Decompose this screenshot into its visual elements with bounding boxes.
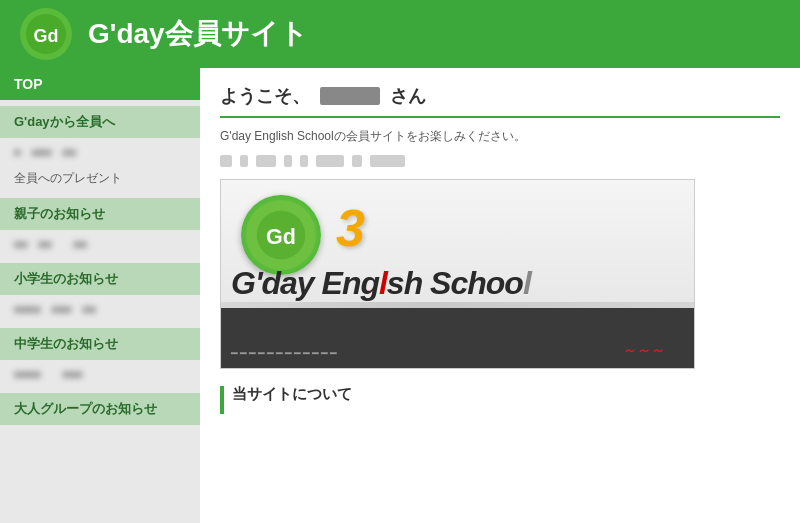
content-area: ようこそ、 さん G'day English Schoolの会員サイトをお楽しみ… — [200, 68, 800, 523]
sidebar-section-chugaku[interactable]: 中学生のお知らせ — [0, 328, 200, 360]
sidebar-item-blur1[interactable]: ■ ■■■ ■■ — [0, 140, 200, 165]
user-name-blurred — [320, 87, 380, 105]
site-title: G'day会員サイト — [88, 15, 308, 53]
banner-bottom-red: ～～～ — [622, 342, 664, 360]
banner-bottom-text: ━━━━━━━━━━━━ — [231, 346, 339, 360]
sidebar: TOP G'dayから全員へ ■ ■■■ ■■ 全員へのプレゼント 親子のお知ら… — [0, 68, 200, 523]
banner-image: Gd 3 G'day Englsh School ━━━━━━━━━━━━ ～～… — [220, 179, 695, 369]
news-link-blur-5 — [300, 155, 308, 167]
header-logo-icon: Gd — [20, 8, 72, 60]
sidebar-item-blur3[interactable]: ■■■■ ■■■ ■■ — [0, 297, 200, 322]
news-link-blur-3 — [256, 155, 276, 167]
sidebar-item-present[interactable]: 全員へのプレゼント — [0, 165, 200, 192]
news-link-blur-2 — [240, 155, 248, 167]
news-link-blur-8 — [370, 155, 405, 167]
about-border-accent — [220, 386, 224, 414]
sidebar-section-otona[interactable]: 大人グループのお知らせ — [0, 393, 200, 425]
news-link-blur-7 — [352, 155, 362, 167]
sidebar-section-shougaku[interactable]: 小学生のお知らせ — [0, 263, 200, 295]
welcome-sub-text: G'day English Schoolの会員サイトをお楽しみください。 — [220, 128, 780, 145]
svg-text:Gd: Gd — [34, 26, 59, 46]
svg-text:Gd: Gd — [266, 225, 296, 249]
sidebar-top[interactable]: TOP — [0, 68, 200, 100]
about-title: 当サイトについて — [232, 385, 352, 404]
news-link-blur-1 — [220, 155, 232, 167]
about-section: 当サイトについて — [220, 385, 780, 414]
sidebar-item-blur2[interactable]: ■■ ■■ ■■ — [0, 232, 200, 257]
sidebar-section-oyako[interactable]: 親子のお知らせ — [0, 198, 200, 230]
header: Gd G'day会員サイト — [0, 0, 800, 68]
sidebar-section-gday[interactable]: G'dayから全員へ — [0, 106, 200, 138]
news-link-blur-4 — [284, 155, 292, 167]
sidebar-item-blur4[interactable]: ■■■■ ■■■ — [0, 362, 200, 387]
banner-logo: Gd — [241, 195, 321, 275]
news-links-row — [220, 155, 780, 167]
welcome-heading: ようこそ、 さん — [220, 84, 780, 118]
banner-anniversary-number: 3 — [336, 198, 365, 258]
main-layout: TOP G'dayから全員へ ■ ■■■ ■■ 全員へのプレゼント 親子のお知ら… — [0, 68, 800, 523]
news-link-blur-6 — [316, 155, 344, 167]
banner-inner: Gd 3 G'day Englsh School ━━━━━━━━━━━━ ～～… — [221, 180, 694, 368]
banner-school-name: G'day Englsh School — [231, 265, 684, 302]
